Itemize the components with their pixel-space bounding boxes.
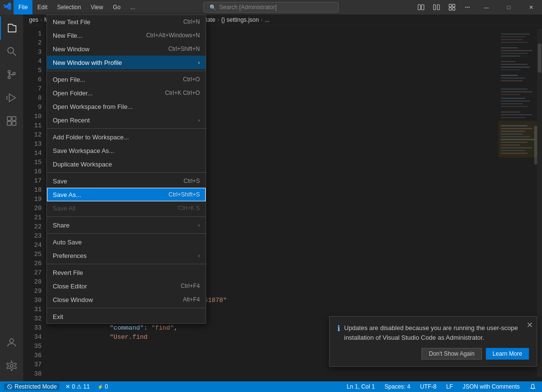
menu-item-preferences[interactable]: Preferences › <box>47 249 206 262</box>
error-count[interactable]: ✕ 0 ⚠ 11 <box>63 381 91 392</box>
svg-rect-7 <box>452 8 455 10</box>
status-bar: Restricted Mode ✕ 0 ⚠ 11 ⚡ 0 Ln 1, Col 1… <box>0 381 542 392</box>
svg-point-8 <box>465 7 466 8</box>
menu-item-open-folder[interactable]: Open Folder... Ctrl+K Ctrl+O <box>47 86 206 100</box>
svg-rect-35 <box>501 75 518 76</box>
menu-item-save[interactable]: Save Ctrl+S <box>47 174 206 188</box>
ln-col-label: Ln 1, Col 1 <box>347 383 375 390</box>
learn-more-button[interactable]: Learn More <box>486 348 529 360</box>
svg-rect-46 <box>501 114 532 115</box>
menu-item-new-file[interactable]: New File... Ctrl+Alt+Windows+N <box>47 29 206 42</box>
close-button[interactable]: ✕ <box>520 0 542 15</box>
menu-label-open-recent: Open Recent <box>53 117 90 124</box>
split-left-icon[interactable] <box>414 0 428 14</box>
scrollbar-thumb[interactable] <box>538 44 542 73</box>
breadcrumb-part-5[interactable]: ... <box>265 16 270 23</box>
menu-file[interactable]: File <box>14 0 32 15</box>
activity-icon-search[interactable] <box>0 40 23 63</box>
menu-item-open-workspace[interactable]: Open Workspace from File... <box>47 100 206 113</box>
menu-item-open-recent[interactable]: Open Recent › <box>47 113 206 127</box>
restricted-mode-item[interactable]: Restricted Mode <box>4 383 60 390</box>
menu-item-new-window-profile[interactable]: New Window with Profile › <box>47 56 206 69</box>
svg-rect-33 <box>501 67 530 68</box>
svg-rect-44 <box>501 106 527 107</box>
menu-item-add-folder[interactable]: Add Folder to Workspace... <box>47 130 206 144</box>
menu-go[interactable]: Go <box>108 0 125 15</box>
activity-icon-run-debug[interactable] <box>0 86 23 109</box>
breadcrumb-part-1[interactable]: ges <box>29 16 38 23</box>
svg-rect-56 <box>501 145 520 146</box>
info-count-value: 0 <box>105 383 108 390</box>
split-middle-icon[interactable] <box>430 0 443 14</box>
svg-point-11 <box>8 47 14 53</box>
svg-rect-23 <box>501 33 530 34</box>
encoding-label: UTF-8 <box>420 383 437 390</box>
menu-label-add-folder: Add Folder to Workspace... <box>53 134 129 141</box>
menu-item-auto-save[interactable]: Auto Save <box>47 235 206 249</box>
menu-item-new-window[interactable]: New Window Ctrl+Shift+N <box>47 42 206 56</box>
menu-item-open-file[interactable]: Open File... Ctrl+O <box>47 73 206 86</box>
status-eol[interactable]: LF <box>444 381 455 392</box>
menu-separator-6 <box>47 264 206 264</box>
layout-grid-icon[interactable] <box>445 0 459 14</box>
scrollbar-track[interactable] <box>537 29 542 377</box>
minimize-button[interactable]: — <box>475 0 497 15</box>
activity-icon-explorer[interactable] <box>0 16 23 40</box>
svg-point-22 <box>10 364 13 367</box>
menu-item-save-workspace-as[interactable]: Save Workspace As... <box>47 144 206 157</box>
svg-rect-24 <box>501 36 525 37</box>
menu-item-close-editor[interactable]: Close Editor Ctrl+F4 <box>47 279 206 293</box>
menu-item-duplicate-workspace[interactable]: Duplicate Workspace <box>47 157 206 171</box>
menu-more[interactable]: ... <box>125 0 140 15</box>
menu-arrow-preferences: › <box>198 253 200 258</box>
svg-rect-5 <box>452 4 455 7</box>
menu-label-open-folder: Open Folder... <box>53 90 92 97</box>
svg-rect-6 <box>449 8 452 10</box>
warning-icon: ⚠ <box>76 383 82 390</box>
menu-item-share[interactable]: Share › <box>47 218 206 232</box>
menu-shortcut-save: Ctrl+S <box>183 178 200 184</box>
status-bell[interactable] <box>527 381 538 392</box>
svg-rect-1 <box>422 5 424 10</box>
menu-edit[interactable]: Edit <box>32 0 52 15</box>
maximize-button[interactable]: □ <box>497 0 520 15</box>
status-spaces[interactable]: Spaces: 4 <box>383 381 412 392</box>
activity-icon-settings[interactable] <box>0 354 23 377</box>
dont-show-again-button[interactable]: Don't Show Again <box>422 348 482 360</box>
title-search[interactable]: 🔍 Search [Administrator] <box>203 2 339 13</box>
menu-shortcut-open-folder: Ctrl+K Ctrl+O <box>165 90 200 96</box>
status-ln-col[interactable]: Ln 1, Col 1 <box>345 381 377 392</box>
menu-view[interactable]: View <box>86 0 108 15</box>
svg-rect-28 <box>501 50 532 51</box>
info-count[interactable]: ⚡ 0 <box>95 381 110 392</box>
activity-icon-account[interactable] <box>0 331 23 354</box>
notification-actions: Don't Show Again Learn More <box>337 348 529 360</box>
menu-shortcut-new-file: Ctrl+Alt+Windows+N <box>146 32 200 39</box>
layout-icons <box>414 0 474 15</box>
language-label: JSON with Comments <box>463 383 520 390</box>
menu-item-save-as[interactable]: Save As... Ctrl+Shift+S <box>47 188 206 201</box>
activity-icon-extensions[interactable] <box>0 109 23 133</box>
breadcrumb-sep-3: › <box>217 16 219 23</box>
breadcrumb-part-4[interactable]: {} settings.json <box>221 16 259 23</box>
svg-rect-31 <box>501 61 515 62</box>
status-encoding[interactable]: UTF-8 <box>418 381 438 392</box>
svg-rect-38 <box>501 89 527 90</box>
activity-icon-source-control[interactable] <box>0 63 23 86</box>
menu-item-exit[interactable]: Exit <box>47 310 206 323</box>
menu-item-revert-file[interactable]: Revert File <box>47 266 206 279</box>
menu-label-close-window: Close Window <box>53 296 93 303</box>
search-label: Search [Administrator] <box>219 4 277 11</box>
main-layout: ges › Microsoft.WindowsTerminalPreview_8… <box>0 15 542 381</box>
menu-item-close-window[interactable]: Close Window Alt+F4 <box>47 293 206 306</box>
layout-options-icon[interactable] <box>461 0 474 14</box>
menu-item-save-all[interactable]: Save All Ctrl+K S <box>47 201 206 215</box>
status-language[interactable]: JSON with Comments <box>461 381 522 392</box>
menu-selection[interactable]: Selection <box>52 0 86 15</box>
notification-close-button[interactable]: ✕ <box>527 320 533 330</box>
menu-label-new-text-file: New Text File <box>53 18 90 26</box>
menu-item-new-text-file[interactable]: New Text File Ctrl+N <box>47 15 206 29</box>
svg-rect-59 <box>501 153 527 154</box>
menu-separator-2 <box>47 128 206 129</box>
svg-rect-30 <box>501 56 520 57</box>
